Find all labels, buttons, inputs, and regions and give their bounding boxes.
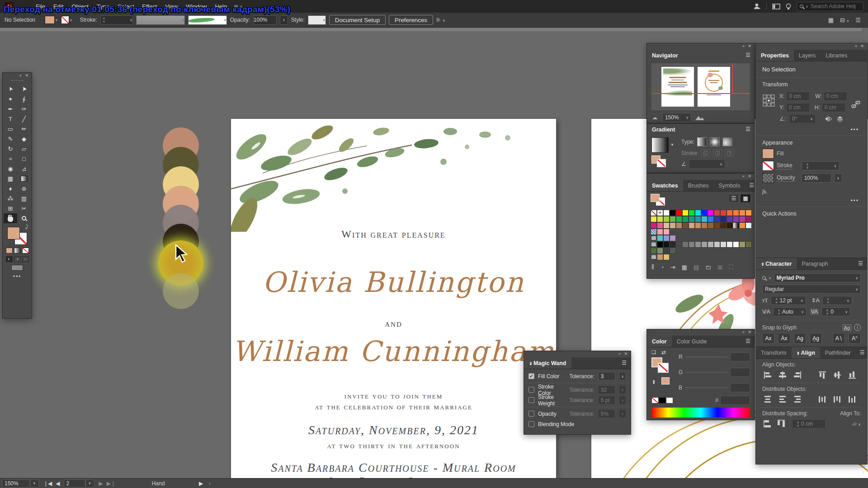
active-stroke-swatch[interactable] xyxy=(658,363,669,373)
fill-stroke-indicator[interactable]: ⤸ xyxy=(7,227,27,245)
swatch[interactable] xyxy=(714,210,720,216)
tab-brushes[interactable]: Brushes xyxy=(683,180,714,191)
swatch[interactable] xyxy=(682,241,689,248)
leading-field[interactable]: ∧∨∨ xyxy=(822,296,852,305)
r-slider[interactable] xyxy=(685,357,727,357)
align-left-icon[interactable] xyxy=(762,370,773,380)
align-bottom-icon[interactable] xyxy=(847,370,858,380)
horizontal-distribute-space-icon[interactable] xyxy=(776,419,787,429)
swatch[interactable] xyxy=(663,235,670,241)
swatch[interactable] xyxy=(663,254,670,260)
swatch[interactable] xyxy=(720,241,726,248)
panel-menu-icon[interactable]: ☰ xyxy=(618,357,631,369)
tab-color-guide[interactable]: Color Guide xyxy=(672,336,712,347)
line-segment-tool[interactable]: ╱ xyxy=(17,114,31,124)
gradient-mode-button[interactable] xyxy=(14,248,21,253)
tab-navigator[interactable]: Navigator xyxy=(647,50,683,61)
prev-artboard-icon[interactable]: ◀ xyxy=(56,480,60,487)
swatch[interactable] xyxy=(708,241,714,248)
swatch[interactable] xyxy=(701,241,708,248)
tolerance-slider-button[interactable]: › xyxy=(619,372,626,380)
swatch[interactable] xyxy=(739,210,745,216)
navigator-thumbnail[interactable] xyxy=(651,63,750,110)
list-view-button[interactable]: ☰ xyxy=(728,194,739,203)
collapse-panel-icon[interactable]: « xyxy=(742,174,745,178)
collapse-panel-icon[interactable]: « xyxy=(855,44,857,48)
swatch[interactable] xyxy=(726,210,733,216)
close-panel-icon[interactable]: ✕ xyxy=(748,330,751,334)
appearance-stroke-label[interactable]: Stroke xyxy=(777,162,793,169)
panel-menu-icon[interactable]: ☰ xyxy=(741,124,755,136)
symbol-sprayer-tool[interactable]: ⁂ xyxy=(4,193,17,203)
swap-fill-stroke-icon[interactable]: ⤸ xyxy=(25,224,28,230)
swatch[interactable] xyxy=(745,216,752,222)
distribute-left-icon[interactable] xyxy=(817,394,828,404)
column-graph-tool[interactable]: ▥ xyxy=(17,193,31,203)
tab-properties[interactable]: Properties xyxy=(756,50,794,61)
linear-gradient-button[interactable] xyxy=(697,137,707,146)
document-setup-button[interactable]: Document Setup xyxy=(329,15,386,25)
swatch[interactable] xyxy=(663,210,670,216)
swatch[interactable] xyxy=(657,241,663,248)
collapse-panel-icon[interactable]: « xyxy=(742,44,745,48)
zoom-in-icon[interactable] xyxy=(695,115,705,121)
swatch[interactable] xyxy=(663,216,670,222)
kerning-field[interactable]: ∧∨Auto∨ xyxy=(773,307,807,316)
swatch[interactable] xyxy=(663,248,670,254)
swatch[interactable] xyxy=(708,210,714,216)
swatch[interactable] xyxy=(670,235,676,241)
distribute-horizontal-center-icon[interactable] xyxy=(832,394,843,404)
font-size-field[interactable]: ∧∨12 pt∨ xyxy=(771,296,806,305)
tab-align[interactable]: ⇕ Align xyxy=(792,347,820,358)
swatch[interactable] xyxy=(651,216,657,222)
search-input[interactable] xyxy=(811,3,856,9)
draw-behind-button[interactable]: ◑ xyxy=(14,256,21,262)
swatch[interactable] xyxy=(726,216,733,222)
color-spectrum[interactable] xyxy=(651,408,750,418)
navigator-zoom-field[interactable]: 150%∨ xyxy=(662,113,691,122)
tab-swatches[interactable]: Swatches xyxy=(647,180,683,191)
blend-tool[interactable]: ⊚ xyxy=(17,183,31,193)
swatch[interactable] xyxy=(739,241,745,248)
style-swatch[interactable]: ∨ xyxy=(308,15,326,25)
opacity-field[interactable]: 100% xyxy=(253,15,277,25)
flip-vertical-icon[interactable] xyxy=(836,116,844,122)
appearance-stroke-swatch[interactable] xyxy=(762,161,774,171)
swatch[interactable] xyxy=(657,222,663,229)
close-panel-icon[interactable]: ✕ xyxy=(25,73,28,78)
swatch[interactable] xyxy=(720,216,726,222)
swatch[interactable] xyxy=(714,216,720,222)
none-mode-button[interactable] xyxy=(22,248,29,253)
panel-menu-icon[interactable]: ☰ xyxy=(856,347,868,358)
more-appearance-icon[interactable]: ••• xyxy=(756,197,867,204)
tab-paragraph[interactable]: Paragraph xyxy=(797,258,833,269)
close-panel-icon[interactable]: ✕ xyxy=(748,44,751,48)
new-color-group-icon[interactable]: 🗀 xyxy=(705,264,711,271)
align-vertical-center-icon[interactable] xyxy=(832,370,843,380)
swatch[interactable] xyxy=(663,229,670,235)
arrange-documents-icon[interactable]: ⊟ ∨ xyxy=(840,17,849,23)
close-panel-icon[interactable]: ✕ xyxy=(624,352,627,356)
stroke-weight-stepper[interactable]: ∧∨∨ xyxy=(802,161,840,170)
swatch[interactable] xyxy=(739,216,745,222)
snap-glyph-button-4[interactable]: A̱g xyxy=(810,333,822,344)
scale-tool[interactable]: ▱ xyxy=(17,144,31,154)
gradient-tool[interactable] xyxy=(17,174,31,183)
glyph-guides-icon[interactable]: A̲g xyxy=(843,324,851,331)
swatch[interactable] xyxy=(714,241,720,248)
vertical-distribute-space-icon[interactable] xyxy=(762,419,773,429)
shape-builder-tool[interactable]: ◉ xyxy=(4,164,17,174)
swatch-transparent[interactable] xyxy=(745,222,752,229)
swatch[interactable] xyxy=(689,216,695,222)
eraser-tool[interactable]: ◆ xyxy=(17,134,31,144)
artboard-tool[interactable]: ⊞ xyxy=(4,203,17,213)
color-circle-8[interactable] xyxy=(163,273,199,309)
distribute-right-icon[interactable] xyxy=(847,394,858,404)
white-button[interactable] xyxy=(666,397,673,404)
tab-character[interactable]: ⇕ Character xyxy=(756,258,797,269)
swatch-libraries-icon[interactable]: ⫼ xyxy=(651,263,654,271)
tolerance-field[interactable]: 3 xyxy=(598,372,615,380)
swatch[interactable] xyxy=(676,210,682,216)
zoom-level-field[interactable]: 150% xyxy=(2,479,30,488)
distribute-vertical-center-icon[interactable] xyxy=(777,394,788,404)
